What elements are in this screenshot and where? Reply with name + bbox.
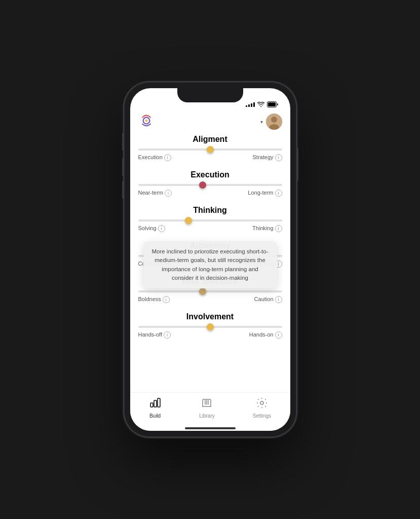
left-info-icon-execution[interactable]: i: [165, 190, 172, 197]
slider-involvement[interactable]: [138, 325, 282, 328]
battery-icon: [267, 101, 278, 107]
nav-label-settings: Settings: [253, 413, 271, 419]
wifi-icon: [257, 102, 264, 107]
home-indicator: [130, 428, 290, 431]
svg-rect-7: [150, 403, 153, 407]
svg-rect-1: [268, 102, 276, 106]
app-logo: [138, 113, 155, 131]
avatar: [266, 114, 282, 130]
left-info-icon-thinking[interactable]: i: [158, 225, 165, 232]
metric-alignment: AligmentExecutioniStrategyi: [138, 135, 282, 161]
right-label-risk-tolerance: Caution: [254, 296, 274, 302]
right-info-icon-involvement[interactable]: i: [275, 331, 282, 339]
left-group-alignment: Executioni: [138, 154, 171, 161]
right-group-execution: Long-termi: [248, 190, 282, 197]
chevron-down-icon: ▾: [260, 119, 263, 125]
nav-label-build: Build: [149, 413, 161, 419]
slider-execution[interactable]: [138, 183, 282, 187]
status-icons: [246, 101, 278, 107]
left-info-icon-risk-tolerance[interactable]: i: [163, 296, 170, 303]
right-info-icon-execution[interactable]: i: [275, 190, 282, 197]
right-group-thinking: Thinkingi: [252, 225, 282, 232]
signal-icon: [246, 102, 255, 107]
svg-point-3: [145, 120, 147, 122]
metric-thinking: ThinkingSolvingiThinkingi: [138, 206, 282, 232]
slider-thinking[interactable]: [138, 219, 282, 222]
left-group-risk-tolerance: Boldnessi: [138, 296, 170, 303]
left-label-risk-tolerance: Boldness: [138, 296, 161, 302]
slider-risk-tolerance[interactable]: [138, 290, 282, 293]
slider-track-thinking: [138, 219, 282, 221]
nav-item-build[interactable]: Build: [149, 397, 161, 419]
slider-labels-risk-tolerance: BoldnessiCautioni: [138, 296, 282, 303]
metric-execution: ExecutionNear-termiLong-termiMore inclin…: [138, 170, 282, 197]
slider-labels-alignment: ExecutioniStrategyi: [138, 154, 282, 161]
metric-title-alignment: Aligment: [138, 135, 282, 144]
svg-point-10: [260, 401, 263, 404]
left-group-thinking: Solvingi: [138, 225, 165, 232]
right-info-icon-risk-tolerance[interactable]: i: [275, 296, 282, 303]
app-header: ▾: [130, 110, 290, 135]
left-group-involvement: Hands-offi: [138, 331, 171, 339]
metric-title-involvement: Involvement: [138, 312, 282, 321]
nav-item-settings[interactable]: Settings: [253, 397, 271, 419]
right-group-involvement: Hands-oni: [249, 331, 282, 339]
right-label-alignment: Strategy: [253, 154, 274, 160]
phone-frame: ▾ AligmentExecutioniStrategyiExecutionNe…: [124, 82, 296, 437]
metric-involvement: InvolvementHands-offiHands-oni: [138, 312, 282, 339]
slider-thumb-risk-tolerance[interactable]: [199, 288, 206, 295]
scroll-content[interactable]: AligmentExecutioniStrategyiExecutionNear…: [130, 135, 290, 392]
slider-labels-execution: Near-termiLong-termi: [138, 190, 282, 197]
metric-title-thinking: Thinking: [138, 206, 282, 215]
slider-track-execution: [138, 184, 282, 186]
left-label-involvement: Hands-off: [138, 331, 163, 338]
home-bar: [185, 427, 236, 429]
notch: [177, 88, 243, 102]
user-info[interactable]: ▾: [257, 114, 282, 130]
right-group-risk-tolerance: Cautioni: [254, 296, 282, 303]
phone-screen: ▾ AligmentExecutioniStrategyiExecutionNe…: [130, 88, 290, 431]
metric-title-execution: Execution: [138, 170, 282, 179]
right-label-execution: Long-term: [248, 190, 273, 196]
slider-labels-involvement: Hands-offiHands-oni: [138, 331, 282, 339]
right-info-icon-alignment[interactable]: i: [275, 154, 282, 161]
nav-icon-settings: [256, 397, 268, 412]
left-label-execution: Near-term: [138, 190, 164, 196]
left-group-execution: Near-termi: [138, 190, 172, 197]
nav-icon-library: [201, 397, 213, 412]
svg-point-5: [271, 117, 277, 123]
nav-icon-build: [149, 397, 161, 412]
slider-thumb-execution[interactable]: [199, 181, 206, 189]
slider-thumb-involvement[interactable]: [207, 323, 214, 330]
right-label-thinking: Thinking: [252, 225, 274, 231]
execution-tooltip: More inclined to priorotize executing sh…: [143, 241, 277, 288]
left-info-icon-alignment[interactable]: i: [164, 154, 171, 161]
bottom-nav: Build Library Settings: [130, 392, 290, 428]
right-info-icon-thinking[interactable]: i: [275, 225, 282, 232]
svg-rect-8: [154, 400, 157, 407]
svg-rect-9: [158, 398, 160, 407]
slider-track-risk-tolerance: [138, 290, 282, 292]
slider-thumb-thinking[interactable]: [185, 217, 192, 224]
nav-item-library[interactable]: Library: [199, 397, 215, 419]
slider-thumb-alignment[interactable]: [207, 146, 214, 153]
left-label-alignment: Execution: [138, 154, 163, 160]
slider-alignment[interactable]: [138, 148, 282, 151]
nav-label-library: Library: [199, 413, 215, 419]
phone-wrapper: ▾ AligmentExecutioniStrategyiExecutionNe…: [124, 82, 296, 437]
slider-labels-thinking: SolvingiThinkingi: [138, 225, 282, 232]
left-info-icon-involvement[interactable]: i: [164, 331, 171, 339]
left-label-thinking: Solving: [138, 225, 157, 231]
right-group-alignment: Strategyi: [253, 154, 282, 161]
right-label-involvement: Hands-on: [249, 331, 274, 338]
